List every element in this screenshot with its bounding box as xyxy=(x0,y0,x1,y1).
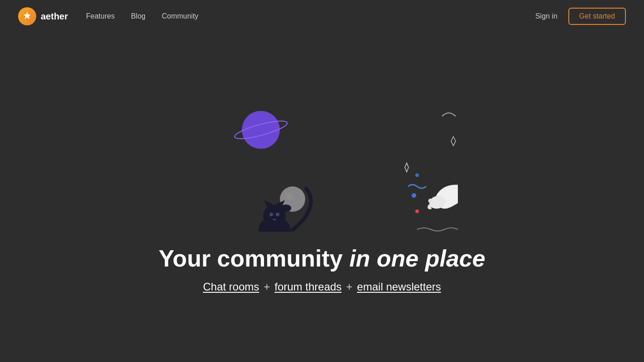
hero-illustration xyxy=(186,42,458,232)
nav-right: Sign in Get started xyxy=(535,8,626,25)
svg-point-1 xyxy=(242,111,280,149)
svg-point-0 xyxy=(26,14,29,17)
svg-point-44 xyxy=(276,213,279,216)
svg-point-45 xyxy=(280,205,291,212)
nav-features[interactable]: Features xyxy=(86,12,115,20)
main-content: Your community in one place Chat rooms +… xyxy=(0,33,644,293)
sign-in-link[interactable]: Sign in xyxy=(535,12,557,20)
svg-marker-10 xyxy=(451,137,456,146)
svg-point-14 xyxy=(415,210,419,213)
hero-text: Your community in one place Chat rooms +… xyxy=(159,245,485,293)
logo-icon xyxy=(18,7,36,25)
nav-community[interactable]: Community xyxy=(162,12,198,20)
hero-title-italic: in one place xyxy=(349,245,485,272)
logo-text: aether xyxy=(41,11,68,22)
logo-link[interactable]: aether xyxy=(18,7,68,25)
svg-point-18 xyxy=(415,173,419,177)
hero-title-normal: Your community xyxy=(159,245,349,272)
hero-title: Your community in one place xyxy=(159,245,485,272)
svg-point-17 xyxy=(412,193,416,198)
get-started-button[interactable]: Get started xyxy=(568,8,626,25)
forum-threads-link[interactable]: forum threads xyxy=(274,281,341,293)
chat-rooms-link[interactable]: Chat rooms xyxy=(203,281,259,293)
plus-1: + xyxy=(264,281,270,293)
plus-2: + xyxy=(346,281,352,293)
svg-marker-9 xyxy=(405,163,409,172)
nav-links: Features Blog Community xyxy=(86,12,198,20)
nav-blog[interactable]: Blog xyxy=(131,12,145,20)
email-newsletters-link[interactable]: email newsletters xyxy=(357,281,441,293)
navbar: aether Features Blog Community Sign in G… xyxy=(0,0,644,33)
svg-point-7 xyxy=(286,193,293,200)
hero-subtitle: Chat rooms + forum threads + email newsl… xyxy=(159,281,485,293)
svg-point-43 xyxy=(269,213,273,216)
